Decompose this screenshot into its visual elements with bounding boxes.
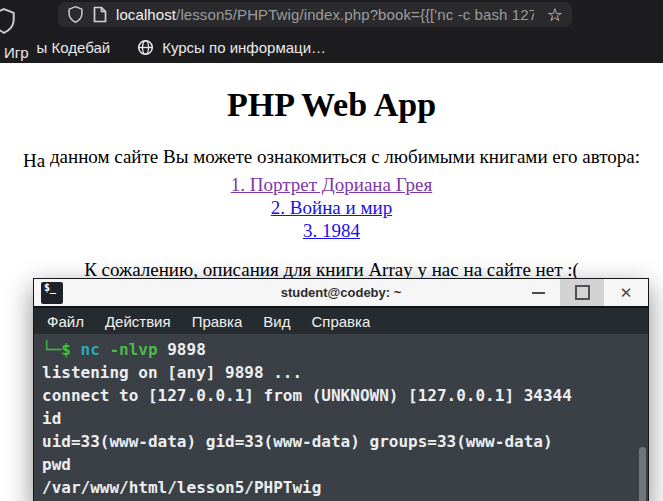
globe-icon (137, 39, 154, 56)
terminal-line: id (42, 407, 648, 430)
shield-icon[interactable] (67, 5, 84, 24)
bookmark-item-kodebay[interactable]: Игры Кодебай (4, 39, 110, 56)
menu-view[interactable]: Вид (263, 313, 290, 330)
page-info-icon[interactable] (93, 6, 107, 23)
intro-text: На данном сайте Вы можете ознакомиться с… (0, 146, 663, 168)
window-controls: ✕ (516, 279, 648, 306)
shield-icon (0, 7, 17, 35)
terminal-scrollbar[interactable] (639, 447, 646, 501)
menu-edit[interactable]: Правка (192, 313, 243, 330)
bookmark-star-icon[interactable]: ☆ (547, 6, 563, 24)
terminal-output[interactable]: └─$ nc -nlvp 9898listening on [any] 9898… (34, 334, 648, 501)
menu-actions[interactable]: Действия (105, 313, 171, 330)
url-text[interactable]: localhost/lesson5/PHPTwig/index.php?book… (116, 6, 534, 23)
terminal-app-icon: $_ (41, 282, 63, 304)
url-host: localhost (116, 6, 176, 23)
book-link-2[interactable]: 2. Война и мир (0, 196, 663, 219)
terminal-line: /var/www/html/lesson5/PHPTwig (42, 476, 648, 499)
terminal-menubar: Файл Действия Правка Вид Справка (34, 308, 648, 334)
book-links: 1. Портрет Дориана Грея 2. Война и мир 3… (0, 173, 663, 242)
bookmark-item-courses[interactable]: Курсы по информаци… (137, 39, 326, 56)
url-path: /lesson5/PHPTwig/index.php?book={{['nc -… (176, 6, 534, 23)
close-button[interactable]: ✕ (604, 279, 648, 306)
close-icon: ✕ (620, 284, 633, 302)
intro-rest: данном сайте Вы можете ознакомиться с лю… (45, 146, 640, 167)
terminal-line: pwd (42, 453, 648, 476)
terminal-line: uid=33(www-data) gid=33(www-data) groups… (42, 430, 648, 453)
terminal-titlebar[interactable]: $_ student@codeby: ~ ✕ (34, 279, 648, 308)
bookmark-label: Курсы по информаци… (162, 39, 326, 56)
maximize-button[interactable] (560, 279, 604, 306)
book-link-3[interactable]: 3. 1984 (0, 219, 663, 242)
terminal-title: student@codeby: ~ (281, 285, 402, 300)
bookmarks-bar: Игры Кодебай Курсы по информаци… (0, 34, 326, 61)
minimize-icon (532, 292, 545, 294)
menu-help[interactable]: Справка (311, 313, 370, 330)
menu-file[interactable]: Файл (47, 313, 84, 330)
maximize-icon (575, 285, 590, 300)
page-title: PHP Web App (0, 86, 663, 124)
minimize-button[interactable] (516, 279, 560, 306)
intro-prefix: На (23, 150, 45, 171)
address-bar[interactable]: localhost/lesson5/PHPTwig/index.php?book… (58, 2, 572, 27)
bookmark-label: ы Кодебай (37, 39, 111, 56)
terminal-line: listening on [any] 9898 ... (42, 361, 648, 384)
terminal-window: $_ student@codeby: ~ ✕ Файл Действия Пра… (33, 278, 649, 501)
browser-chrome: localhost/lesson5/PHPTwig/index.php?book… (0, 0, 663, 63)
bookmark-label-prefix: Игр (4, 44, 29, 61)
terminal-line: └─$ nc -nlvp 9898 (42, 338, 648, 361)
terminal-line: connect to [127.0.0.1] from (UNKNOWN) [1… (42, 384, 648, 407)
book-link-1[interactable]: 1. Портрет Дориана Грея (0, 173, 663, 196)
